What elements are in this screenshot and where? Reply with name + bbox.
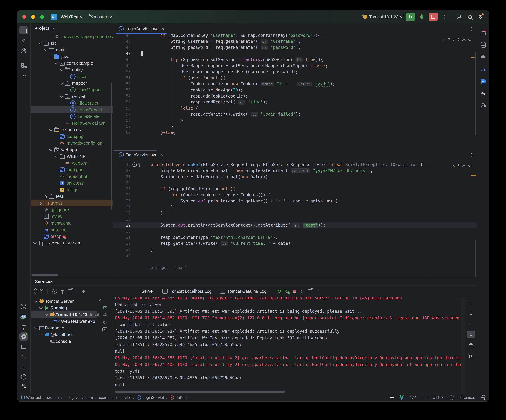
stop-button[interactable] — [428, 13, 438, 21]
code-line-28[interactable]: 28 — [113, 216, 477, 222]
code-line-52[interactable]: 52Cookie cookie = new Cookie( name: "tes… — [113, 81, 477, 87]
swap-icon[interactable]: ⇄ — [103, 312, 107, 317]
code-line-31[interactable]: 31resp.setContentType("text/html;charset… — [113, 234, 477, 240]
project-item-icon-png[interactable]: icon.png — [31, 133, 113, 140]
code-line-46[interactable]: 46String password = req.getParameter( s:… — [113, 45, 477, 51]
project-item-entity[interactable]: entity — [31, 66, 113, 73]
project-item-index-html[interactable]: <>index.html — [31, 173, 113, 180]
more-actions-button[interactable]: ⋮ — [441, 13, 449, 21]
toolwindow-gradle-button[interactable] — [479, 53, 487, 61]
service-item-webtest-war-exp[interactable]: ✓WebTest:war exp — [31, 318, 97, 324]
chevron-down-icon[interactable] — [54, 155, 59, 158]
code-line-55[interactable]: 55resp.sendRedirect( s: "time"); — [113, 99, 477, 105]
chevron-right-icon[interactable] — [43, 195, 48, 198]
project-item-icon-png[interactable]: icon.png — [31, 166, 113, 173]
prev-problem-icon[interactable] — [462, 165, 466, 167]
close-window-button[interactable] — [22, 15, 26, 19]
code-line-60[interactable]: 60}else{ — [113, 129, 477, 136]
code-line-44[interactable]: 44if (map.containsKey("username") && map… — [113, 34, 477, 39]
tab-timeservlet[interactable]: C TimeServlet.java × — [116, 149, 166, 160]
project-item-servlet[interactable]: servlet — [31, 93, 113, 100]
breadcrumb-java[interactable]: java — [73, 395, 80, 400]
code-line-26[interactable]: 26} — [113, 204, 477, 210]
toolwindow-database-button[interactable] — [479, 40, 487, 49]
chevron-down-icon[interactable] — [33, 300, 38, 303]
console-log[interactable]: 05-May-2024 01:36:14.336 INFO [main] org… — [113, 297, 465, 394]
project-item-test-png[interactable]: test.png — [31, 233, 113, 239]
code-line-19[interactable]: 19↑@protected void doGet(HttpServletRequ… — [113, 162, 477, 168]
code-line-22[interactable]: 22 — [113, 180, 477, 186]
service-item--localhost[interactable]: @localhost — [31, 331, 97, 338]
service-item-tomcat-10-1-23[interactable]: Tomcat 10.1.23[local] — [31, 311, 97, 318]
v-plugin-icon[interactable] — [400, 395, 404, 400]
toolwindow-bookmarks-button[interactable] — [20, 342, 28, 351]
project-item-fileservlet[interactable]: CFileServlet — [31, 100, 113, 106]
project-item-java[interactable]: java — [31, 53, 113, 60]
scroll-up-button[interactable]: ↑ — [467, 299, 475, 306]
project-item-com-example[interactable]: com.example — [31, 60, 113, 66]
project-item-web-xml[interactable]: </>web.xml — [31, 160, 113, 166]
project-panel-header[interactable]: Project — [31, 23, 113, 33]
code-line-47[interactable]: 47 — [113, 51, 477, 57]
code-line-21[interactable]: 21String date = dateFormat.format(new Da… — [113, 174, 477, 180]
project-selector[interactable]: WebTest — [60, 14, 83, 19]
project-item-loginservlet[interactable]: CLoginServlet — [31, 106, 113, 113]
zoom-window-button[interactable] — [40, 15, 44, 19]
close-tab-icon[interactable]: × — [160, 152, 163, 157]
project-item--gitignore[interactable]: ⊘.gitignore — [31, 206, 113, 213]
code-line-34[interactable]: 34 — [113, 253, 477, 259]
file-encoding[interactable]: UTF-8 — [433, 395, 444, 400]
code-line-33[interactable]: 33} — [113, 246, 477, 253]
code-with-me-button[interactable]: + — [455, 13, 463, 21]
breadcrumb-servlet[interactable]: servlet — [120, 395, 131, 400]
code-line-48[interactable]: 48try (SqlSession sqlSession = factory.o… — [113, 57, 477, 63]
toolwindow-notifications-button[interactable] — [479, 28, 487, 37]
code-line-53[interactable]: 53cookie.setMaxAge(20); — [113, 87, 477, 93]
editor1-scrollbar[interactable] — [475, 52, 476, 135]
stop-red-icon[interactable] — [293, 290, 296, 293]
rerun-debug-icon[interactable]: ↻ — [285, 289, 289, 294]
chevron-down-icon[interactable] — [48, 129, 54, 131]
service-item-running[interactable]: Running — [31, 304, 97, 311]
debug-button[interactable] — [418, 13, 426, 21]
code-line-50[interactable]: 50User user = mapper.getUser(username, p… — [113, 69, 477, 75]
project-item-web-inf[interactable]: WEB-INF — [31, 153, 113, 160]
toolwindow-structure-button[interactable] — [20, 61, 28, 70]
project-item-timeservlet[interactable]: CTimeServlet — [31, 113, 113, 120]
refresh-icon[interactable]: ↻ — [300, 289, 304, 294]
project-item-webapp[interactable]: webapp — [31, 146, 113, 153]
editor1-inspections-widget[interactable]: ⚠ 7 ✓ 2 — [441, 36, 473, 44]
project-item-src[interactable]: src — [31, 40, 113, 46]
toolwindow-terminal-button[interactable]: >_ — [20, 362, 28, 371]
toolwindow-build-button[interactable] — [20, 322, 28, 331]
editor1-code[interactable]: 44if (map.containsKey("username") && map… — [113, 34, 477, 149]
project-item-pom-xml[interactable]: mpom.xml — [31, 226, 113, 233]
chevron-down-icon[interactable] — [38, 333, 44, 336]
add-icon[interactable]: + — [82, 288, 85, 294]
chevron-down-icon[interactable] — [38, 42, 43, 44]
chevron-down-icon[interactable] — [59, 82, 64, 84]
chevron-down-icon[interactable] — [44, 313, 49, 316]
code-line-45[interactable]: 45String username = req.getParameter( s:… — [113, 39, 477, 45]
project-item-external-libraries[interactable]: External Libraries — [31, 239, 113, 246]
indent-setting[interactable]: 4 spaces — [460, 395, 475, 400]
project-item-mapper[interactable]: mapper — [31, 80, 113, 86]
expand-all-icon[interactable] — [34, 288, 37, 294]
chevron-down-icon[interactable] — [32, 242, 38, 244]
editor2-inspections-widget[interactable]: ⚠ 3 — [451, 162, 473, 169]
toolwindow-project-button[interactable] — [20, 26, 28, 34]
code-line-25[interactable]: 25System.out.println(cookie.getName() + … — [113, 198, 477, 204]
search-everywhere-button[interactable] — [466, 13, 474, 21]
code-line-57[interactable]: 57resp.getWriter().write( s: "Login fail… — [113, 111, 477, 117]
editor2-code[interactable]: 19↑@protected void doGet(HttpServletRequ… — [113, 161, 477, 277]
project-item-maven-wrapper-properties[interactable]: ⚙maven-wrapper.properties — [31, 33, 113, 40]
toolwindow-more-tool-windows-button[interactable]: ⋯ — [20, 71, 28, 80]
breadcrumb-dopost[interactable]: mdoPost — [170, 395, 187, 400]
toolwindow-problems-button[interactable]: ! — [20, 373, 28, 381]
unlock-icon[interactable] — [481, 395, 485, 400]
rerun-server-button[interactable]: ↻ — [406, 13, 415, 21]
project-item-test-js[interactable]: JStest.js — [31, 186, 113, 193]
code-line-54[interactable]: 54resp.addCookie(cookie); — [113, 93, 477, 99]
next-problem-icon[interactable] — [468, 165, 472, 167]
collapse-all-icon[interactable] — [40, 288, 43, 294]
